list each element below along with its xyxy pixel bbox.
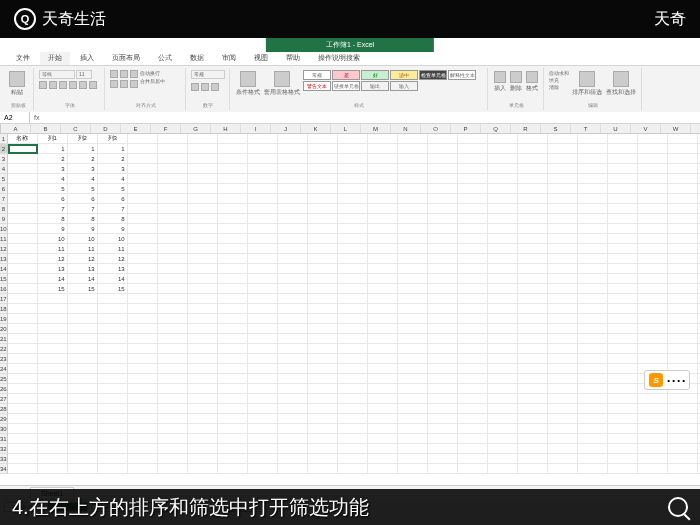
cell[interactable]	[518, 354, 548, 364]
cell[interactable]	[218, 194, 248, 204]
cell[interactable]	[338, 444, 368, 454]
cell[interactable]	[608, 254, 638, 264]
cell[interactable]	[668, 244, 698, 254]
cell[interactable]	[608, 264, 638, 274]
cell[interactable]	[668, 394, 698, 404]
cell[interactable]	[518, 394, 548, 404]
cell[interactable]	[398, 204, 428, 214]
cell[interactable]: 4	[98, 174, 128, 184]
cell[interactable]	[248, 194, 278, 204]
cell[interactable]	[128, 394, 158, 404]
cell[interactable]	[638, 434, 668, 444]
style-gallery-item[interactable]: 链接单元格	[332, 81, 360, 91]
cell[interactable]	[458, 264, 488, 274]
align-bot-icon[interactable]	[130, 70, 138, 78]
cell[interactable]	[128, 364, 158, 374]
row-header[interactable]: 4	[0, 164, 8, 174]
cell[interactable]	[8, 144, 38, 154]
cell[interactable]: 5	[38, 184, 68, 194]
cell[interactable]	[668, 424, 698, 434]
row-header[interactable]: 12	[0, 244, 8, 254]
cell[interactable]	[8, 424, 38, 434]
cell[interactable]	[368, 414, 398, 424]
row-header[interactable]: 1	[0, 134, 8, 144]
cell[interactable]	[578, 404, 608, 414]
cell[interactable]	[428, 204, 458, 214]
cell[interactable]	[398, 404, 428, 414]
row-header[interactable]: 10	[0, 224, 8, 234]
underline-button[interactable]	[59, 81, 67, 89]
style-gallery-item[interactable]: 检查单元格	[419, 70, 447, 80]
cell[interactable]	[158, 134, 188, 144]
cell[interactable]	[218, 134, 248, 144]
cell[interactable]	[608, 294, 638, 304]
cell[interactable]	[668, 134, 698, 144]
cell[interactable]	[248, 424, 278, 434]
cell[interactable]	[218, 294, 248, 304]
cell[interactable]	[218, 424, 248, 434]
cell[interactable]	[518, 244, 548, 254]
cell[interactable]	[488, 204, 518, 214]
cell[interactable]	[428, 154, 458, 164]
cell[interactable]	[218, 224, 248, 234]
cell[interactable]	[518, 384, 548, 394]
cell[interactable]	[218, 254, 248, 264]
style-gallery-item[interactable]: 常规	[303, 70, 331, 80]
cell[interactable]	[338, 384, 368, 394]
cell[interactable]	[128, 244, 158, 254]
cell[interactable]	[38, 344, 68, 354]
column-header[interactable]: L	[331, 124, 361, 133]
cell[interactable]	[8, 224, 38, 234]
cell[interactable]	[278, 434, 308, 444]
cell[interactable]	[548, 454, 578, 464]
cell[interactable]	[668, 234, 698, 244]
cell[interactable]	[158, 264, 188, 274]
cell[interactable]: 13	[98, 264, 128, 274]
cell[interactable]	[578, 164, 608, 174]
italic-button[interactable]	[49, 81, 57, 89]
cell[interactable]	[128, 404, 158, 414]
cell[interactable]	[458, 174, 488, 184]
cell[interactable]	[488, 234, 518, 244]
cell[interactable]: 14	[68, 274, 98, 284]
cell[interactable]	[8, 444, 38, 454]
cell[interactable]	[308, 414, 338, 424]
cell[interactable]	[488, 374, 518, 384]
cell[interactable]	[338, 214, 368, 224]
cell[interactable]	[338, 184, 368, 194]
cell[interactable]: 8	[68, 214, 98, 224]
cell[interactable]	[188, 334, 218, 344]
cell[interactable]	[458, 254, 488, 264]
cell[interactable]	[338, 294, 368, 304]
cell[interactable]	[188, 144, 218, 154]
cell[interactable]	[548, 374, 578, 384]
cell[interactable]	[428, 434, 458, 444]
cell[interactable]	[488, 434, 518, 444]
cell[interactable]	[128, 304, 158, 314]
cell[interactable]	[68, 304, 98, 314]
cell[interactable]	[158, 194, 188, 204]
cell[interactable]	[398, 244, 428, 254]
cell[interactable]	[38, 354, 68, 364]
cell[interactable]	[68, 354, 98, 364]
column-header[interactable]: T	[571, 124, 601, 133]
cell[interactable]	[278, 274, 308, 284]
cell[interactable]	[218, 454, 248, 464]
cell[interactable]	[458, 184, 488, 194]
cell[interactable]	[668, 154, 698, 164]
cell[interactable]	[428, 144, 458, 154]
cell[interactable]	[428, 364, 458, 374]
cell[interactable]	[638, 204, 668, 214]
cell[interactable]	[308, 144, 338, 154]
cell[interactable]	[248, 244, 278, 254]
cell[interactable]	[578, 384, 608, 394]
cell[interactable]	[278, 404, 308, 414]
cell[interactable]	[248, 234, 278, 244]
cell[interactable]	[278, 234, 308, 244]
cell[interactable]	[158, 374, 188, 384]
cell[interactable]	[98, 374, 128, 384]
cell[interactable]	[488, 414, 518, 424]
ribbon-tab[interactable]: 开始	[40, 51, 70, 65]
cell[interactable]	[428, 404, 458, 414]
cell[interactable]	[128, 264, 158, 274]
